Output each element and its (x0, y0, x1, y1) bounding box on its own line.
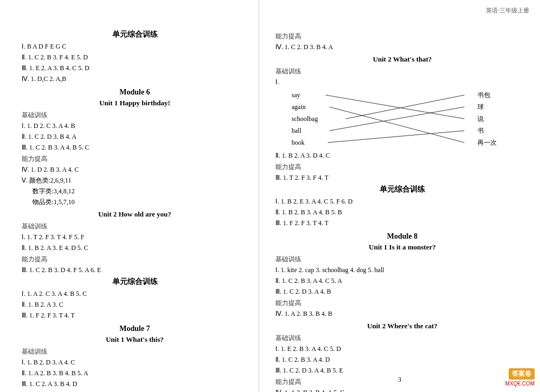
match-left-2: again (292, 101, 318, 113)
unit2-2-nengli: 能力提高 (275, 163, 529, 172)
m8-l2: Ⅱ. 1. C 2. B 3. A 4. C 5. A (275, 276, 529, 286)
m8-l4: Ⅳ. 1. A 2. B 3. B 4. B (275, 309, 529, 319)
unit2-1-subtitle: Unit 2 How old are you? (22, 210, 248, 219)
r-u22-l1: Ⅱ. 1. B 2. A 3. D 4. C (275, 151, 529, 160)
module8-nengli1: 能力提高 (275, 299, 529, 308)
matching-left: say again schoolbag ball book (292, 89, 318, 148)
watermark-badge: 答案卷 (509, 368, 535, 380)
module8-subtitle2: Unit 2 Where's the cat? (275, 322, 529, 330)
u21-l1: Ⅰ. 1. T 2. F 3. T 4. F 5. F (22, 232, 248, 242)
s1-line3: Ⅲ. 1. E 2. A 3. B 4. C 5. D (22, 63, 248, 73)
module6-nengli: 能力提高 (22, 154, 248, 164)
unit2-1-jichu: 基础训练 (22, 222, 248, 231)
m7-l2: Ⅱ. 1. A 2. B 3. B 4. B 5. A (22, 368, 248, 378)
watermark-area: 答案卷 MXQ€.COM (505, 368, 535, 387)
match-left-4: ball (292, 125, 318, 137)
m6-l3: Ⅲ. 1. C 2. B 3. A 4. B 5. C (22, 143, 248, 152)
m7-l3: Ⅲ. 1. C 2. A 3. B 4. D (22, 379, 248, 389)
m8-l7: Ⅲ. 1. C 2. D 3. A 4. B 5. E (275, 366, 529, 375)
m6-l4: Ⅳ. 1. D 2. B 3. A 4. C (22, 165, 248, 174)
page: 英语·三年级上册 单元综合训练 Ⅰ. B A D F E G C Ⅱ. 1. C… (0, 0, 540, 392)
r-u22-l2: Ⅲ. 1. T 2. F 3. F 4. T (275, 173, 529, 183)
m8-l6: Ⅱ. 1. C 2. B 3. A 4. D (275, 355, 529, 364)
watermark-url: MXQ€.COM (505, 381, 535, 387)
m8-l3: Ⅲ. 1. C 2. D 3. A 4. B (275, 287, 529, 296)
unit2-2-subtitle: Unit 2 What's that? (275, 55, 529, 64)
module6-subtitle: Unit 1 Happy birthday! (22, 99, 248, 107)
matching-right: 书包 球 说 书 再一次 (477, 89, 497, 148)
m6-l7: 物品类:1,5,7,10 (32, 197, 248, 207)
svg-line-2 (346, 95, 464, 119)
m6-l1: Ⅰ. 1. D 2. C 3. A 4. B (22, 121, 248, 131)
svg-line-3 (329, 107, 464, 131)
m6-l2: Ⅱ. 1. C 2. D 3. B 4. A (22, 132, 248, 141)
left-column: 单元综合训练 Ⅰ. B A D F E G C Ⅱ. 1. C 2. B 3. … (0, 0, 259, 392)
nengli1-label: 能力提高 (275, 32, 529, 41)
right-column: 能力提高 Ⅳ. 1. C 2. D 3. B 4. A Unit 2 What'… (259, 0, 540, 392)
m6-l5: Ⅴ. 颜色类:2,6,9,11 (22, 175, 248, 185)
match-right-5: 再一次 (477, 137, 497, 148)
u21-l3: Ⅲ. 1. C 2. B 3. D 4. F 5. A 6. E (22, 265, 248, 275)
page-number: 3 (398, 375, 402, 384)
unit2-2-jichu: 基础训练 (275, 67, 529, 76)
u21-l2: Ⅱ. 1. B 2. A 3. E 4. D 5. C (22, 243, 248, 253)
zh-l3: Ⅲ. 1. F 2. F 3. T 4. T (275, 218, 529, 228)
module7-subtitle: Unit 1 What's this? (22, 335, 248, 344)
module8-nengli2: 能力提高 (275, 377, 529, 387)
zh-l1: Ⅰ. 1. B 2. E 3. A 4. C 5. F 6. D (275, 197, 529, 206)
match-left-3: schoolbag (292, 113, 318, 125)
match-left-5: book (292, 137, 318, 148)
match-right-2: 球 (477, 101, 497, 113)
r-top-l1: Ⅳ. 1. C 2. D 3. B 4. A (275, 42, 529, 52)
m8-l5: Ⅰ. 1. E 2. B 3. A 4. C 5. D (275, 344, 529, 354)
match-right-3: 说 (477, 113, 497, 125)
roman-one-label: Ⅰ. (275, 77, 529, 87)
module7-jichu: 基础训练 (22, 347, 248, 356)
section1-title: 单元综合训练 (22, 30, 248, 39)
module7-title: Module 7 (22, 325, 248, 333)
zh-l2: Ⅱ. 1. B 2. B 3. A 4. B 5. B (275, 207, 529, 217)
m8-l1: Ⅰ. 1. kite 2. cap 3. schoolbag 4. dog 5.… (275, 265, 529, 275)
module8-title: Module 8 (275, 232, 529, 241)
svg-line-1 (329, 107, 464, 143)
s1-line4: Ⅳ. 1. D,C 2. A,B (22, 74, 248, 84)
u21-l6: Ⅲ. 1. F 2. F 3. T 4. T (22, 310, 248, 320)
svg-line-0 (326, 95, 464, 119)
m7-l1: Ⅰ. 1. B 2. D 3. A 4. C (22, 357, 248, 367)
zonghe-title: 单元综合训练 (275, 185, 529, 194)
m8-l8: Ⅳ. 1. A 2. B 3. B 4. A 5. C (275, 388, 529, 392)
match-left-1: say (292, 89, 318, 101)
module6-title: Module 6 (22, 88, 248, 97)
unit2-1-zonghe: 单元综合训练 (22, 277, 248, 287)
module8-subtitle1: Unit 1 Is it a monster? (275, 243, 529, 252)
u21-l4: Ⅰ. 1. A 2. C 3. A 4. B 5. C (22, 289, 248, 299)
s1-line2: Ⅱ. 1. C 2. B 3. F 4. E 5. D (22, 52, 248, 62)
s1-line1: Ⅰ. B A D F E G C (22, 42, 248, 51)
module8-jichu1: 基础训练 (275, 255, 529, 264)
match-right-1: 书包 (477, 89, 497, 101)
module6-jichu: 基础训练 (22, 111, 248, 120)
unit2-1-nengli: 能力提高 (22, 255, 248, 264)
u21-l5: Ⅱ. 1. B 2. A 3. C (22, 300, 248, 309)
match-right-4: 书 (477, 125, 497, 137)
m6-l6: 数字类:3,4,8,12 (32, 186, 248, 196)
matching-section: say again schoolbag ball book 书包 球 说 书 再… (275, 89, 529, 148)
svg-line-4 (328, 131, 464, 143)
module8-jichu2: 基础训练 (275, 334, 529, 343)
